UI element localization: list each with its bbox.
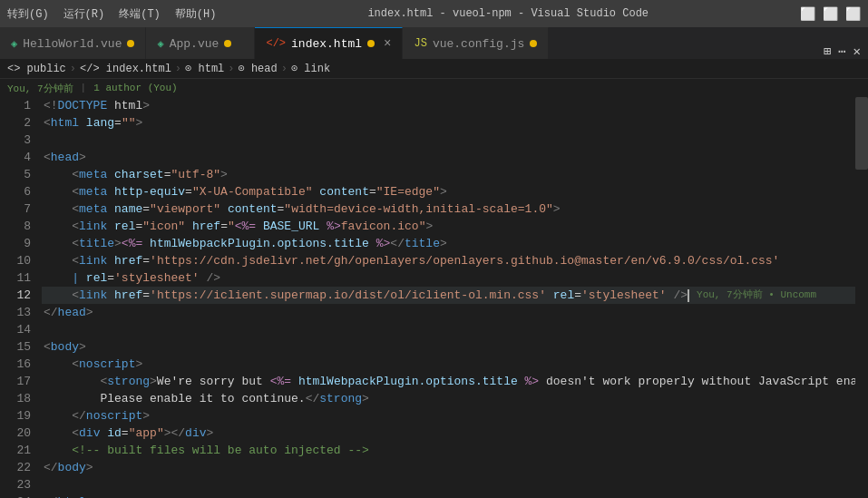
code-token: =: [574, 287, 581, 304]
tab-label-app: App.vue: [170, 37, 219, 51]
code-token: <: [44, 114, 51, 132]
close-tab-button[interactable]: ×: [384, 36, 391, 51]
code-token: >: [86, 459, 93, 476]
code-line-11: | rel='stylesheet' />: [42, 269, 855, 287]
code-token: [107, 252, 114, 269]
code-token: %>: [376, 235, 391, 252]
breadcrumb-head[interactable]: ⊙ head: [238, 62, 277, 75]
js-icon: JS: [414, 37, 426, 50]
code-token: [107, 166, 114, 183]
code-token: favicon.ico": [341, 218, 426, 235]
code-token: =: [107, 269, 114, 287]
tab-helloworld[interactable]: ◈ HelloWorld.vue: [0, 27, 146, 59]
ln-9: 9: [0, 235, 31, 252]
code-token: [44, 373, 100, 390]
line-numbers: 1 2 3 4 5 6 7 8 9 10 11 12 13 14 15 16 1…: [0, 97, 38, 498]
code-token: content: [228, 200, 278, 218]
html-icon: </>: [266, 37, 286, 50]
modified-dot: [127, 40, 134, 47]
breadcrumb-indexhtml[interactable]: </> index.html: [80, 63, 171, 75]
menu-help[interactable]: 帮助(H): [175, 6, 217, 22]
code-token: [107, 200, 114, 218]
vue-icon-app: ◈: [157, 37, 163, 51]
code-token: </: [390, 235, 405, 252]
code-token: [107, 218, 114, 235]
code-token: [100, 425, 107, 442]
tab-vueconfig[interactable]: JS vue.config.js: [403, 27, 549, 59]
minimize-icon[interactable]: ⬜: [800, 6, 815, 22]
code-token: content: [319, 183, 369, 200]
code-token: >: [553, 200, 561, 218]
close-panel-icon[interactable]: ✕: [853, 44, 861, 59]
code-line-19: </noscript>: [42, 407, 855, 425]
code-token: strong: [107, 373, 150, 390]
code-token: >: [425, 218, 433, 235]
code-token: <: [44, 338, 51, 356]
code-line-5: <meta charset="utf-8">: [42, 166, 855, 183]
ln-22: 22: [0, 459, 31, 476]
code-token: div: [79, 425, 100, 442]
code-token: [107, 287, 114, 304]
code-token: rel: [86, 269, 107, 287]
git-sep: |: [81, 83, 87, 93]
code-token: 'stylesheet': [581, 287, 667, 304]
code-token: [79, 114, 86, 132]
ln-11: 11: [0, 269, 31, 287]
code-token: =: [142, 287, 150, 304]
code-token: "IE=edge": [376, 183, 440, 200]
code-token: >: [207, 425, 214, 442]
code-editor[interactable]: <!DOCTYPE html> <html lang=""> <head> <m…: [38, 97, 855, 498]
code-token: [44, 200, 72, 218]
close-icon[interactable]: ⬜: [845, 6, 861, 22]
window-controls[interactable]: ⬜ ⬜ ⬜: [800, 6, 861, 22]
code-token: [44, 407, 72, 425]
code-token: <%=: [270, 373, 291, 390]
code-token: rel: [114, 218, 135, 235]
ln-7: 7: [0, 200, 31, 218]
minimap-scrollbar[interactable]: [855, 97, 868, 498]
editor-area: 1 2 3 4 5 6 7 8 9 10 11 12 13 14 15 16 1…: [0, 97, 868, 498]
ln-19: 19: [0, 407, 31, 425]
breadcrumb-public[interactable]: <> public: [7, 63, 66, 75]
code-token: <: [72, 200, 79, 218]
code-token: "X-UA-Compatible": [192, 183, 313, 200]
code-token: htmlWebpackPlugin.options.title: [150, 235, 369, 252]
code-token: href: [114, 252, 142, 269]
breadcrumb-sep-4: ›: [281, 63, 288, 75]
breadcrumb-link[interactable]: ⊙ link: [291, 62, 330, 75]
code-token: %>: [525, 373, 540, 390]
tab-index[interactable]: </> index.html ×: [255, 27, 403, 59]
code-line-8: <link rel="icon" href="<%= BASE_URL %>fa…: [42, 218, 855, 235]
code-token: <: [72, 252, 79, 269]
tab-app[interactable]: ◈ App.vue: [146, 27, 255, 59]
code-token: id: [107, 425, 122, 442]
minimap-thumb[interactable]: [855, 97, 868, 170]
maximize-icon[interactable]: ⬜: [823, 6, 838, 22]
code-token: noscript: [86, 407, 142, 425]
code-token: =: [122, 425, 129, 442]
code-token: <: [72, 287, 79, 304]
window-title: index.html - vueol-npm - Visual Studio C…: [216, 7, 800, 20]
breadcrumb-sep-1: ›: [70, 63, 76, 75]
code-token: =: [220, 218, 228, 235]
code-line-13: </head>: [42, 304, 855, 321]
split-editor-icon[interactable]: ⊞: [824, 44, 831, 59]
menu-bar[interactable]: 转到(G) 运行(R) 终端(T) 帮助(H): [7, 6, 216, 22]
code-token: Please enable it to continue.: [44, 390, 306, 407]
ln-4: 4: [0, 149, 31, 166]
title-bar: 转到(G) 运行(R) 终端(T) 帮助(H) index.html - vue…: [0, 0, 868, 27]
code-token: body: [51, 338, 79, 356]
code-token: [546, 287, 553, 304]
code-token: body: [58, 459, 86, 476]
code-token: >: [150, 373, 157, 390]
code-token: html: [107, 97, 142, 114]
more-actions-icon[interactable]: ⋯: [838, 44, 845, 59]
menu-run[interactable]: 运行(R): [63, 6, 105, 22]
code-token: >: [440, 183, 447, 200]
menu-goto[interactable]: 转到(G): [7, 6, 49, 22]
code-token: [44, 287, 72, 304]
breadcrumb-html[interactable]: ⊙ html: [185, 62, 224, 75]
modified-dot-vueconfig: [530, 40, 537, 47]
code-token: <: [72, 356, 79, 373]
menu-terminal[interactable]: 终端(T): [119, 6, 161, 22]
